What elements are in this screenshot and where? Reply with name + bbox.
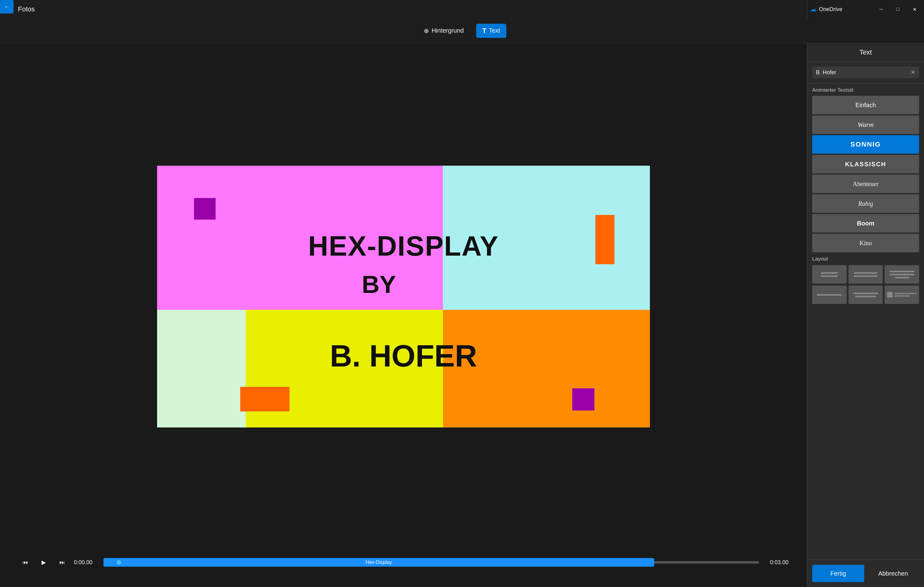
style-warm-label: Warm [858,121,874,129]
clear-text-button[interactable]: ✕ [911,69,916,76]
layout-option-5[interactable] [848,285,883,304]
layout-line [821,272,838,274]
layout-label: Layout [812,256,919,262]
style-kino-label: Kino [860,240,872,247]
back-icon: ← [4,4,10,10]
bg-bottomleft-light [157,310,246,428]
style-boom-label: Boom [857,220,874,227]
style-kino[interactable]: Kino [812,234,919,252]
text-tool-icon: T [482,27,486,35]
block-orange-bottomleft [240,387,290,411]
clip-name: Hex-Display [366,560,392,565]
editor-area: HEX-DISPLAY BY B. HOFER ⏮ ▶ ⏭ 0:00.00 He… [0,43,807,587]
style-sonnig[interactable]: SONNIG [812,135,919,154]
time-end: 0:03.00 [764,559,789,566]
cancel-button[interactable]: Abbrechen [867,565,919,582]
layout-line [894,293,917,294]
text-input-area: ✕ [807,62,924,84]
block-purple-bottomright [572,388,594,411]
play-button[interactable]: ▶ [37,556,51,569]
layout-line [889,271,914,272]
track-clip[interactable]: Hex-Display [104,558,654,567]
back-button[interactable]: ← [0,0,13,13]
app-title: Fotos [18,0,35,18]
layout-line [894,277,909,279]
layout-line [889,274,914,275]
confirm-button[interactable]: Fertig [812,565,864,582]
layout-line [854,275,878,277]
preview-text-line1: HEX-DISPLAY [308,230,499,262]
timeline-track[interactable]: Hex-Display [104,557,759,567]
layout-option-6[interactable] [884,285,919,304]
layout-option-2[interactable] [848,265,883,284]
style-einfach[interactable]: Einfach [812,96,919,114]
style-klassisch[interactable]: KLASSISCH [812,155,919,173]
layout-grid [812,265,919,304]
timeline-area: ⏮ ▶ ⏭ 0:00.00 Hex-Display 0:03.00 [12,544,795,581]
minimize-icon: ─ [879,7,883,12]
layout-option-1[interactable] [812,265,847,284]
toolbar: ⊕ Hintergrund T Text [0,18,924,43]
text-tool-button[interactable]: T Text [476,24,507,38]
layout-option-3[interactable] [884,265,919,284]
main-area: HEX-DISPLAY BY B. HOFER ⏮ ▶ ⏭ 0:00.00 He… [0,43,924,587]
text-tool-label: Text [489,27,500,34]
onedrive-title: OneDrive [819,6,872,13]
layout-section: Layout [807,252,924,308]
onedrive-icon: ☁ [810,5,817,13]
style-abenteuer-label: Abenteuer [853,180,878,188]
text-input-container: ✕ [812,66,919,78]
playhead[interactable] [117,560,121,564]
time-current: 0:00.00 [74,559,99,566]
style-abenteuer[interactable]: Abenteuer [812,175,919,193]
preview-text-line3: B. HOFER [330,338,477,374]
style-list: Einfach Warm SONNIG KLASSISCH Abenteuer … [807,96,924,252]
layout-icon [887,292,893,297]
right-panel: Text ✕ Animierter Textstil Einfach Warm … [807,43,924,587]
layout-line [853,293,878,294]
panel-header: Text [807,43,924,62]
background-icon: ⊕ [424,27,429,35]
layout-option-4[interactable] [812,285,847,304]
text-style-section-label: Animierter Textstil [807,84,924,96]
text-input-field[interactable] [816,69,911,76]
step-forward-button[interactable]: ⏭ [55,556,69,569]
video-preview[interactable]: HEX-DISPLAY BY B. HOFER [157,166,650,427]
style-warm[interactable]: Warm [812,115,919,134]
style-boom[interactable]: Boom [812,214,919,232]
maximize-icon: □ [896,7,899,12]
background-tool-button[interactable]: ⊕ Hintergrund [417,24,470,38]
onedrive-bar: ☁ OneDrive ─ □ ✕ [807,0,924,18]
canvas-container: HEX-DISPLAY BY B. HOFER [12,49,795,544]
style-ruhig[interactable]: Ruhig [812,195,919,213]
style-sonnig-label: SONNIG [850,140,881,148]
panel-footer: Fertig Abbrechen [807,560,924,587]
layout-line [854,272,878,274]
skip-back-button[interactable]: ⏮ [18,556,32,569]
layout-line [894,295,910,297]
style-einfach-label: Einfach [855,102,876,109]
transport-bar: ⏮ ▶ ⏭ 0:00.00 Hex-Display 0:03.00 [12,553,795,572]
style-ruhig-label: Ruhig [858,200,873,207]
panel-title: Text [859,48,872,56]
minimize-button[interactable]: ─ [874,2,888,16]
block-orange-topright [596,215,614,264]
style-klassisch-label: KLASSISCH [845,161,886,168]
block-purple-topleft [194,198,216,219]
layout-line [817,294,842,296]
maximize-button[interactable]: □ [891,2,905,16]
close-button[interactable]: ✕ [908,2,922,16]
close-icon: ✕ [912,7,917,12]
layout-line [821,275,838,277]
layout-line [855,296,876,297]
text-style-section: Animierter Textstil Einfach Warm SONNIG … [807,84,924,252]
background-tool-label: Hintergrund [432,27,464,34]
preview-text-line2: BY [361,270,396,299]
